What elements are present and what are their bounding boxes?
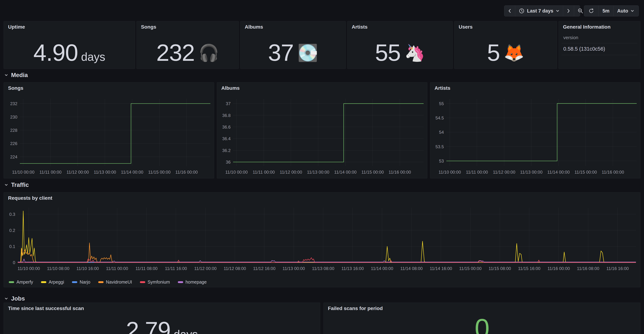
chevron-down-icon — [4, 183, 8, 186]
time-back-button[interactable] — [504, 5, 515, 16]
svg-text:11/13 08:00: 11/13 08:00 — [312, 266, 334, 271]
svg-text:11/16 16:00: 11/16 16:00 — [606, 266, 629, 271]
legend-swatch — [140, 281, 145, 283]
legend-item[interactable]: Narjo — [72, 280, 90, 285]
requests-chart[interactable]: 11/10 00:0011/10 08:0011/10 16:0011/11 0… — [6, 203, 638, 272]
svg-text:36.6: 36.6 — [222, 125, 230, 129]
svg-text:54.5: 54.5 — [436, 115, 444, 120]
time-range-button[interactable]: Last 7 days — [515, 5, 563, 16]
scan-value: 2.79 days — [4, 317, 320, 334]
legend-label: homepage — [186, 280, 206, 285]
unicorn-icon: 🦄 — [404, 44, 425, 61]
minidisc-icon: 💽 — [298, 44, 318, 61]
auto-refresh-dropdown[interactable]: Auto — [614, 5, 638, 16]
section-header-jobs[interactable]: Jobs — [4, 295, 25, 303]
svg-text:224: 224 — [10, 154, 17, 159]
svg-text:11/10 08:00: 11/10 08:00 — [47, 266, 70, 271]
panel-title[interactable]: Albums — [221, 85, 240, 91]
svg-text:11/11 08:00: 11/11 08:00 — [136, 266, 158, 271]
uptime-stat-panel: Uptime 4.90 days — [4, 21, 135, 69]
svg-text:11/15 16:00: 11/15 16:00 — [518, 266, 540, 271]
svg-text:11/10 00:00: 11/10 00:00 — [226, 170, 248, 175]
artists-timeseries-panel: Artists 11/10 00:0011/11 00:0011/12 00:0… — [430, 82, 640, 178]
svg-text:11/14 16:00: 11/14 16:00 — [430, 266, 452, 271]
songs-chart[interactable]: 11/10 00:0011/11 00:0011/12 00:0011/13 0… — [6, 95, 212, 176]
svg-text:11/11 00:00: 11/11 00:00 — [106, 266, 128, 271]
panel-title[interactable]: Songs — [141, 24, 156, 30]
svg-text:11/11 00:00: 11/11 00:00 — [466, 170, 488, 175]
svg-text:11/10 16:00: 11/10 16:00 — [76, 266, 99, 271]
section-label: Traffic — [11, 181, 29, 188]
legend-item[interactable]: NavidromeUI — [98, 280, 132, 285]
svg-text:11/13 00:00: 11/13 00:00 — [520, 170, 542, 175]
legend-label: Amperfy — [16, 280, 33, 285]
svg-text:11/14 00:00: 11/14 00:00 — [121, 170, 143, 175]
svg-text:11/16 00:00: 11/16 00:00 — [602, 170, 624, 175]
panel-title[interactable]: Users — [459, 24, 472, 30]
refresh-interval-label[interactable]: 5m — [598, 5, 614, 16]
uptime-value: 4.90 days — [4, 39, 135, 66]
section-header-traffic[interactable]: Traffic — [4, 181, 29, 189]
panel-title[interactable]: Albums — [245, 24, 263, 30]
panel-title[interactable]: Requests by client — [8, 195, 52, 201]
artists-value: 55 🦄 — [348, 39, 452, 66]
legend-label: Symfonium — [148, 280, 170, 285]
legend-swatch — [9, 281, 14, 283]
table-divider — [562, 43, 638, 43]
users-value: 5 🦊 — [454, 39, 557, 66]
legend-swatch — [72, 281, 77, 283]
svg-text:11/13 00:00: 11/13 00:00 — [282, 266, 305, 271]
songs-timeseries-panel: Songs 11/10 00:0011/11 00:0011/12 00:001… — [4, 82, 214, 178]
chevron-left-icon — [508, 8, 512, 13]
svg-text:11/14 00:00: 11/14 00:00 — [371, 266, 393, 271]
albums-stat-panel: Albums 37 💽 — [240, 21, 346, 69]
legend-item[interactable]: Amperfy — [9, 280, 33, 285]
time-range-label: Last 7 days — [527, 8, 553, 14]
refresh-button[interactable] — [584, 5, 598, 16]
time-picker-group: Last 7 days — [504, 5, 580, 16]
svg-text:11/15 00:00: 11/15 00:00 — [459, 266, 482, 271]
version-column-header[interactable]: version — [563, 35, 578, 40]
panel-title[interactable]: Failed scans for period — [328, 306, 383, 311]
svg-text:36.4: 36.4 — [222, 136, 230, 141]
svg-text:11/15 00:00: 11/15 00:00 — [361, 170, 384, 175]
svg-text:37: 37 — [226, 101, 230, 106]
chevron-down-icon — [4, 74, 8, 76]
panel-title[interactable]: Artists — [352, 24, 368, 30]
svg-text:54: 54 — [439, 130, 444, 135]
albums-value: 37 💽 — [240, 39, 346, 66]
albums-timeseries-panel: Albums 11/10 00:0011/11 00:0011/12 00:00… — [217, 82, 427, 178]
auto-label: Auto — [617, 8, 628, 14]
panel-title[interactable]: General Information — [563, 24, 610, 30]
svg-text:228: 228 — [10, 128, 17, 133]
artists-chart[interactable]: 11/10 00:0011/11 00:0011/12 00:0011/13 0… — [432, 95, 638, 176]
svg-text:11/15 00:00: 11/15 00:00 — [574, 170, 597, 175]
panel-title[interactable]: Time since last successful scan — [8, 306, 84, 311]
version-value: 0.58.5 (131c0c56) — [563, 46, 605, 52]
legend-label: NavidromeUI — [106, 280, 132, 285]
svg-text:36: 36 — [226, 160, 230, 164]
svg-text:11/11 16:00: 11/11 16:00 — [165, 266, 187, 271]
svg-text:226: 226 — [10, 141, 17, 146]
failed-scans-panel: Failed scans for period 0 — [324, 303, 640, 334]
panel-title[interactable]: Songs — [8, 85, 24, 91]
svg-text:232: 232 — [10, 101, 17, 106]
time-forward-button[interactable] — [563, 5, 574, 16]
svg-text:0.1: 0.1 — [9, 244, 15, 249]
chart-legend: Amperfy Arpeggi Narjo NavidromeUI — [9, 280, 206, 285]
legend-item[interactable]: Arpeggi — [41, 280, 64, 285]
requests-by-client-panel: Requests by client 11/10 00:0011/10 08:0… — [4, 192, 640, 287]
svg-text:11/12 00:00: 11/12 00:00 — [194, 266, 217, 271]
panel-title[interactable]: Uptime — [8, 24, 25, 30]
section-label: Jobs — [11, 295, 25, 302]
legend-item[interactable]: homepage — [178, 280, 206, 285]
section-header-media[interactable]: Media — [4, 71, 28, 79]
svg-text:230: 230 — [10, 115, 17, 119]
legend-swatch — [178, 281, 183, 283]
albums-chart[interactable]: 11/10 00:0011/11 00:0011/12 00:0011/13 0… — [219, 95, 425, 176]
legend-item[interactable]: Symfonium — [140, 280, 170, 285]
refresh-icon — [588, 8, 594, 14]
svg-text:11/16 08:00: 11/16 08:00 — [577, 266, 599, 271]
panel-title[interactable]: Artists — [434, 85, 450, 91]
svg-text:11/12 16:00: 11/12 16:00 — [253, 266, 276, 271]
